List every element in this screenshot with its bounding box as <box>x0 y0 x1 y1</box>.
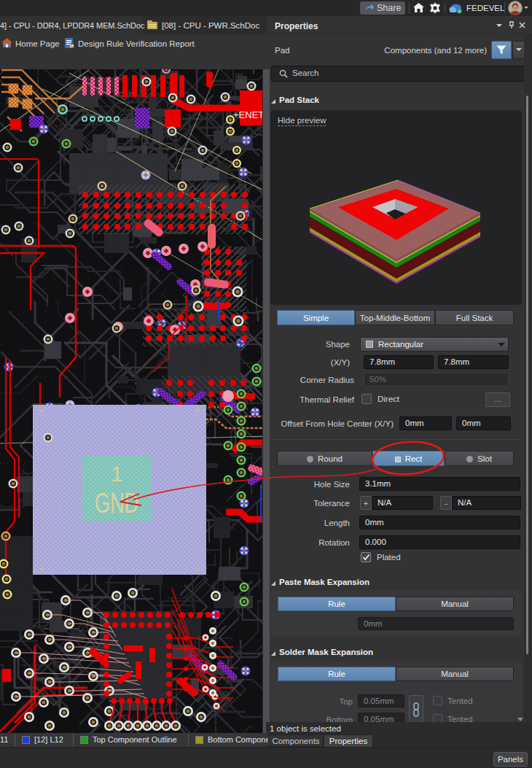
svg-text:GND: GND <box>95 488 138 519</box>
svg-text:1: 1 <box>111 462 123 486</box>
svg-text:+ENET_: +ENET_ <box>233 109 266 120</box>
